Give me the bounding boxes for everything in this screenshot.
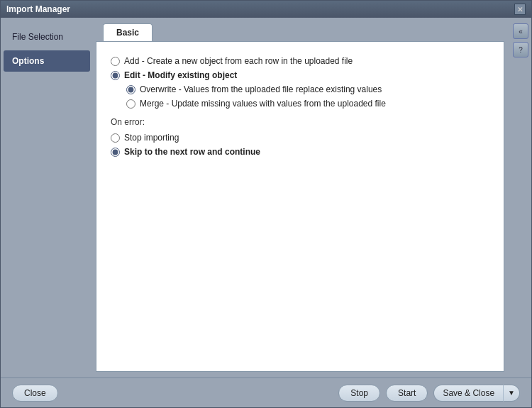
save-close-split-button: Save & Close ▼ [433, 385, 520, 402]
tab-bar: Basic [96, 23, 504, 41]
right-panel: « ? [510, 18, 531, 377]
footer-left: Close [12, 385, 58, 402]
sidebar: File Selection Options [1, 18, 93, 377]
on-error-group: On error: Stop importing Skip to the nex… [111, 117, 489, 157]
radio-skip-row-label: Skip to the next row and continue [124, 147, 260, 157]
radio-stop-importing-label: Stop importing [124, 133, 179, 143]
footer-right: Stop Start Save & Close ▼ [338, 385, 520, 402]
edit-sub-options: Overwrite - Values from the uploaded fil… [126, 84, 489, 109]
radio-edit[interactable] [111, 71, 120, 80]
window-title: Import Manager [6, 4, 70, 14]
radio-merge[interactable] [126, 99, 135, 109]
save-close-button[interactable]: Save & Close [433, 385, 503, 402]
radio-add[interactable] [111, 57, 120, 66]
close-button[interactable]: Close [12, 385, 58, 402]
radio-option-skip-row[interactable]: Skip to the next row and continue [111, 147, 489, 157]
main-content: File Selection Options Basic Add - Creat… [1, 18, 531, 377]
tab-basic[interactable]: Basic [103, 23, 153, 41]
radio-stop-importing[interactable] [111, 133, 120, 143]
title-bar: Import Manager ✕ [1, 1, 531, 18]
radio-edit-label: Edit - Modify existing object [124, 70, 237, 80]
radio-overwrite-label: Overwrite - Values from the uploaded fil… [140, 84, 382, 94]
radio-option-edit[interactable]: Edit - Modify existing object [111, 70, 489, 80]
radio-option-merge[interactable]: Merge - Update missing values with value… [126, 99, 489, 109]
content-area: Basic Add - Create a new object from eac… [93, 18, 510, 377]
on-error-label: On error: [111, 117, 489, 127]
radio-overwrite[interactable] [126, 85, 135, 94]
import-manager-window: Import Manager ✕ File Selection Options … [0, 0, 532, 408]
help-button[interactable]: ? [513, 42, 528, 57]
radio-option-overwrite[interactable]: Overwrite - Values from the uploaded fil… [126, 84, 489, 94]
radio-option-add[interactable]: Add - Create a new object from each row … [111, 56, 489, 66]
sidebar-item-file-selection[interactable]: File Selection [4, 26, 90, 48]
footer: Close Stop Start Save & Close ▼ [1, 377, 531, 407]
import-mode-group: Add - Create a new object from each row … [111, 56, 489, 109]
sidebar-item-options[interactable]: Options [4, 50, 90, 72]
save-close-dropdown-button[interactable]: ▼ [503, 385, 520, 402]
stop-button[interactable]: Stop [338, 385, 380, 402]
collapse-button[interactable]: « [513, 23, 528, 39]
window-close-button[interactable]: ✕ [514, 4, 526, 15]
start-button[interactable]: Start [386, 385, 428, 402]
radio-merge-label: Merge - Update missing values with value… [140, 99, 386, 109]
radio-skip-row[interactable] [111, 148, 120, 157]
options-panel: Add - Create a new object from each row … [96, 41, 504, 372]
radio-add-label: Add - Create a new object from each row … [124, 56, 353, 66]
radio-option-stop-importing[interactable]: Stop importing [111, 133, 489, 143]
